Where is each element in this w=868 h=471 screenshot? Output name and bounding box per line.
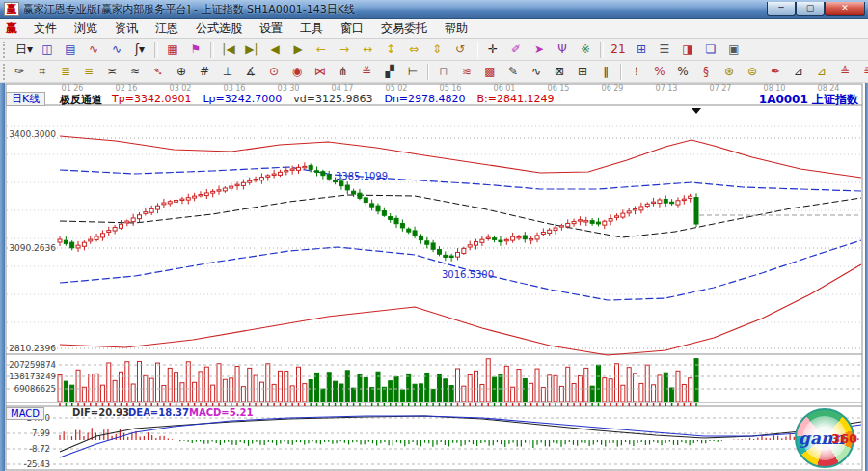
calculator-icon[interactable]: ⊞ [630,40,653,60]
hand-tool-icon[interactable]: Ψ [551,40,574,60]
percent-red-icon[interactable]: % [648,62,671,82]
wedge-icon[interactable]: ≜ [833,62,856,82]
shift-right-icon[interactable]: → [333,40,356,60]
annotate-icon[interactable]: ✐ [504,40,528,60]
gann360-logo: gann 360 [795,408,854,468]
minimize-button[interactable]: ─ [767,2,796,16]
time-cycle-icon[interactable]: ⋈ [309,62,332,82]
indicator-param-5: B:=2841.1249 [477,93,555,105]
menu-item-4[interactable]: 江恩 [147,19,187,38]
period-selector-icon[interactable]: 日▾ [13,40,36,60]
gann-grid-gold2-icon[interactable]: ≡ [77,62,100,82]
date-label: 03 16 [224,84,246,93]
next-bar-icon[interactable]: ▶ [286,40,310,60]
brush-red-icon[interactable]: ✒ [764,62,787,82]
angle-gold-icon[interactable]: ⊿ [810,62,833,82]
angle-up-icon[interactable]: ⊿ [787,62,810,82]
steps-icon[interactable]: ≞ [856,62,868,82]
quote-list-icon[interactable]: ☰ [653,40,676,60]
maximize-button[interactable]: ▢ [796,2,825,16]
chart-canvas[interactable]: 01 2602 1603 0203 1603 3004 1705 0205 16… [0,83,868,471]
bracket-tool-icon[interactable]: ʃ▾ [128,40,151,60]
price-annotation: 3016.5300 [442,269,494,280]
arc-lines-icon[interactable]: ≈ [123,62,147,82]
media-icon[interactable]: ◨ [676,40,699,60]
date-label: 06 29 [602,84,624,93]
level-lines-icon[interactable]: ≍ [100,62,123,82]
parallel-lines-icon[interactable]: ∥ [594,62,617,82]
kline-box-icon[interactable]: ▦ [161,40,184,60]
menu-item-1[interactable]: 文件 [25,19,66,38]
target-red-icon[interactable]: ◉ [285,62,309,82]
first-bar-icon[interactable]: |◀ [217,40,240,60]
chart-type-icon[interactable]: ▤ [59,40,82,60]
date-label: 03 30 [278,84,300,93]
gann-grid-gold-icon[interactable]: ≣ [54,62,77,82]
ladder-red-icon[interactable]: ≚ [355,62,378,82]
pencil-icon[interactable]: ✎ [502,62,525,82]
menu-item-2[interactable]: 浏览 [66,19,106,38]
percent-icon[interactable]: % [671,62,694,82]
tee-icon[interactable]: ⊢ [401,62,424,82]
tab-daily-kline[interactable]: 日K线 [6,92,45,106]
grid-lines-icon[interactable]: ⌗ [31,62,54,82]
toolbar-grip[interactable] [3,64,5,80]
menu-item-10[interactable]: 帮助 [436,19,476,38]
last-bar-icon[interactable]: ▶| [240,40,263,60]
crosshair-icon[interactable]: ✛ [481,40,504,60]
zoom-in-x-icon[interactable]: ↕ [379,40,402,60]
plus-box-icon[interactable]: ⊞ [571,62,594,82]
macd-axis-label: -25.43 [24,459,50,469]
x-box-icon[interactable]: ⊠ [548,62,571,82]
rays-red-icon[interactable]: ≋ [455,62,478,82]
remote-pc-icon[interactable]: ▣ [722,40,746,60]
circle-red-icon[interactable]: ⊙ [262,62,285,82]
macd-axis-label: 7.99 [32,429,50,438]
golden-section-icon[interactable]: ⊜ [741,62,764,82]
prev-bar-icon[interactable]: ◀ [263,40,286,60]
zigzag-red-icon[interactable]: ∿ [82,40,105,60]
chart-region: 01 2602 1603 0203 1603 3004 1705 0205 16… [0,83,868,471]
save-disk-icon[interactable]: ❏ [699,40,722,60]
toolbar-drawing: ✑⌗≣≡≍≈➴⊕#⊥∡⊙◉⋈⋔≚▞⊢⊓≋▩✎∿⊠⊞∥⁞%%§⊛⊜✒⊿⊿≜≞ [0,61,868,83]
menu-item-9[interactable]: 交易委托 [372,19,436,38]
volume-axis-label: 138173249 [9,372,56,381]
shade-box-icon[interactable]: ▩ [478,62,502,82]
menu-item-8[interactable]: 窗口 [332,19,372,38]
compress-all-icon[interactable]: ⇕ [425,40,448,60]
volume-bars-icon[interactable]: ⁞ [625,62,648,82]
menu-item-7[interactable]: 工具 [291,19,332,38]
expand-all-icon[interactable]: ⇔ [402,40,425,60]
gann-wheel-icon[interactable]: ⊕ [170,62,193,82]
calendar-icon[interactable]: 21 [607,40,630,60]
window-layout-icon[interactable]: ◫ [36,40,59,60]
zigzag-blue-icon[interactable]: ∿ [105,40,128,60]
time-div-icon[interactable]: ⊥ [216,62,239,82]
draw-pen-icon[interactable]: ✑ [8,62,31,82]
drag-hand-icon[interactable]: ↺ [448,40,472,60]
bracket-gray-icon[interactable]: ⊓ [432,62,455,82]
wave-icon[interactable]: ∿ [525,62,548,82]
date-label: 07 13 [656,84,678,93]
fork-icon[interactable]: ⋔ [332,62,355,82]
menu-item-6[interactable]: 设置 [251,19,291,38]
golden-circle-icon[interactable]: ⊛ [718,62,741,82]
toolbar-grip[interactable] [3,42,10,58]
menu-item-5[interactable]: 公式选股 [187,19,251,38]
close-button[interactable]: ✕ [825,2,865,16]
shift-left-icon[interactable]: ← [310,40,333,60]
zoom-out-x-icon[interactable]: ↔ [356,40,379,60]
analysis-flag-icon[interactable]: ⚑ [184,40,207,60]
menu-item-3[interactable]: 资讯 [106,19,147,38]
pointer-icon[interactable]: ➤ [528,40,551,60]
menu-logo-icon: 赢 [6,20,17,37]
section-icon[interactable]: § [694,62,718,82]
indicator-header: 极反通道 Tp=3342.0901Lp=3242.7000vd=3125.986… [60,93,578,107]
sharp-grid-icon[interactable]: # [193,62,216,82]
rocket-icon[interactable]: ➴ [147,62,170,82]
toolbar-separator [475,42,478,58]
smart-analysis-icon[interactable]: ※ [574,40,597,60]
angle-tool-icon[interactable]: ∡ [239,62,262,82]
tab-macd[interactable]: MACD [6,407,44,420]
dense-grid-icon[interactable]: ▞ [378,62,401,82]
